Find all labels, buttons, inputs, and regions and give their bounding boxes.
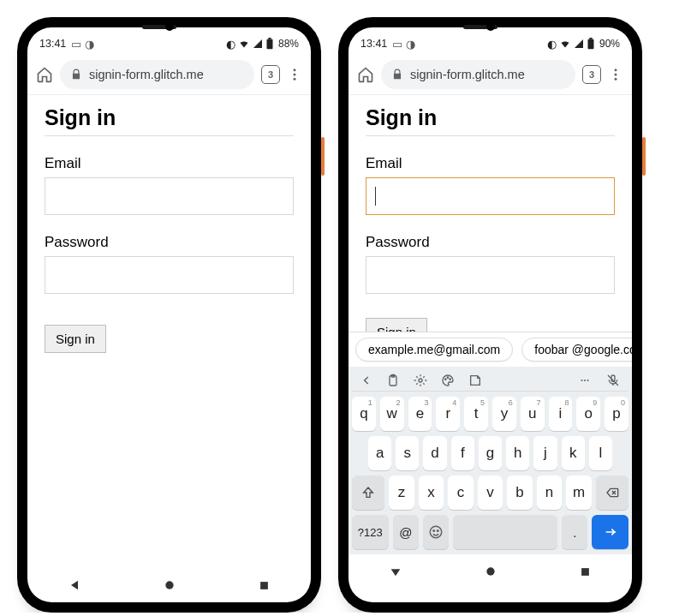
- svg-point-4: [294, 78, 296, 81]
- svg-point-24: [438, 530, 439, 532]
- key-a[interactable]: a: [368, 436, 391, 470]
- nav-back-icon[interactable]: [68, 578, 81, 592]
- tab-count-button[interactable]: 3: [582, 65, 601, 84]
- password-field[interactable]: [366, 256, 615, 294]
- shift-key[interactable]: [352, 475, 384, 510]
- home-icon[interactable]: [357, 66, 374, 83]
- key-n[interactable]: n: [537, 475, 562, 510]
- palette-icon[interactable]: [441, 374, 455, 387]
- key-w[interactable]: w2: [380, 397, 404, 431]
- svg-point-18: [581, 380, 583, 381]
- keyboard-row-1: q1w2e3r4t5y6u7i8o9p0: [352, 397, 628, 431]
- nav-home-icon[interactable]: [163, 578, 176, 592]
- overflow-menu-icon[interactable]: [287, 67, 302, 82]
- sign-in-button[interactable]: Sign in: [366, 318, 427, 332]
- status-sync-icon: ◑: [85, 38, 94, 51]
- key-d[interactable]: d: [423, 436, 446, 470]
- enter-key[interactable]: [592, 515, 628, 549]
- svg-rect-8: [589, 38, 593, 39]
- lock-icon: [391, 69, 403, 81]
- svg-rect-0: [266, 39, 272, 49]
- gear-icon[interactable]: [414, 374, 427, 387]
- key-y[interactable]: y6: [492, 397, 516, 431]
- keyboard-toolbar: [352, 370, 628, 392]
- status-bar: 13:41 ▭ ◑ ◐ 88%: [27, 27, 311, 55]
- key-g[interactable]: g: [479, 436, 502, 470]
- status-wifi-icon: [238, 39, 250, 49]
- backspace-key[interactable]: [596, 475, 628, 510]
- key-f[interactable]: f: [451, 436, 474, 470]
- key-z[interactable]: z: [389, 475, 414, 510]
- email-field[interactable]: [45, 177, 294, 215]
- url-field[interactable]: signin-form.glitch.me: [60, 60, 254, 89]
- emoji-key[interactable]: [423, 515, 449, 549]
- key-u[interactable]: u7: [521, 397, 545, 431]
- clipboard-icon[interactable]: [386, 374, 400, 387]
- space-key[interactable]: [453, 515, 557, 549]
- svg-rect-1: [268, 38, 271, 39]
- svg-point-23: [433, 530, 435, 532]
- status-app-icon: ▭: [71, 38, 81, 51]
- password-label: Password: [45, 234, 294, 251]
- key-v[interactable]: v: [478, 475, 503, 510]
- status-time: 13:41: [39, 38, 66, 50]
- key-e[interactable]: e3: [408, 397, 432, 431]
- key-j[interactable]: j: [533, 436, 557, 470]
- autofill-suggestions: example.me@gmail.com foobar @google.co: [348, 332, 632, 367]
- kb-back-icon[interactable]: [360, 374, 372, 386]
- keyboard-row-2: asdfghjkl: [352, 436, 628, 470]
- status-time: 13:41: [360, 38, 387, 50]
- key-r[interactable]: r4: [436, 397, 460, 431]
- status-sync-icon: ◑: [406, 38, 415, 51]
- svg-point-10: [615, 74, 617, 76]
- nav-recent-icon[interactable]: [258, 579, 271, 592]
- svg-point-3: [294, 74, 296, 76]
- key-x[interactable]: x: [419, 475, 444, 510]
- status-signal-icon: [253, 39, 263, 49]
- nav-back-icon[interactable]: [389, 565, 402, 578]
- password-field[interactable]: [45, 256, 294, 294]
- nav-recent-icon[interactable]: [579, 565, 592, 578]
- suggestion-chip[interactable]: example.me@gmail.com: [355, 338, 513, 362]
- at-key[interactable]: @: [393, 515, 419, 549]
- phone-screen-right: 13:41 ▭ ◑ ◐ 90%: [348, 27, 632, 602]
- email-label: Email: [45, 155, 294, 172]
- home-icon[interactable]: [36, 66, 53, 83]
- url-text: signin-form.glitch.me: [89, 68, 204, 81]
- phone-device-right: 13:41 ▭ ◑ ◐ 90%: [338, 17, 642, 613]
- svg-point-19: [584, 380, 586, 381]
- key-b[interactable]: b: [507, 475, 532, 510]
- password-label: Password: [366, 234, 615, 251]
- suggestion-chip[interactable]: foobar @google.co: [521, 338, 632, 362]
- phone-screen-left: 13:41 ▭ ◑ ◐ 88%: [27, 27, 311, 602]
- url-field[interactable]: signin-form.glitch.me: [381, 60, 575, 89]
- status-app-icon: ▭: [392, 38, 402, 51]
- key-m[interactable]: m: [566, 475, 591, 510]
- key-s[interactable]: s: [396, 436, 419, 470]
- email-field[interactable]: [366, 177, 615, 215]
- period-key[interactable]: .: [562, 515, 587, 549]
- key-i[interactable]: i8: [549, 397, 573, 431]
- mic-off-icon[interactable]: [606, 374, 620, 387]
- symbols-key[interactable]: ?123: [352, 515, 389, 549]
- key-q[interactable]: q1: [352, 397, 376, 431]
- key-k[interactable]: k: [562, 436, 585, 470]
- key-t[interactable]: t5: [464, 397, 488, 431]
- tab-count-button[interactable]: 3: [261, 65, 280, 84]
- key-c[interactable]: c: [448, 475, 473, 510]
- key-o[interactable]: o9: [576, 397, 600, 431]
- svg-point-11: [615, 78, 617, 81]
- key-p[interactable]: p0: [605, 397, 628, 431]
- sign-in-button[interactable]: Sign in: [45, 325, 106, 353]
- nav-home-icon[interactable]: [484, 565, 497, 578]
- more-icon[interactable]: [577, 375, 593, 386]
- status-wifi-icon: [559, 39, 571, 49]
- browser-toolbar: signin-form.glitch.me 3: [348, 55, 632, 95]
- key-h[interactable]: h: [506, 436, 529, 470]
- overflow-menu-icon[interactable]: [608, 67, 623, 82]
- lock-icon: [70, 69, 82, 81]
- sticker-icon[interactable]: [468, 374, 482, 387]
- status-bar: 13:41 ▭ ◑ ◐ 90%: [348, 27, 632, 55]
- svg-point-25: [486, 567, 494, 575]
- key-l[interactable]: l: [589, 436, 612, 470]
